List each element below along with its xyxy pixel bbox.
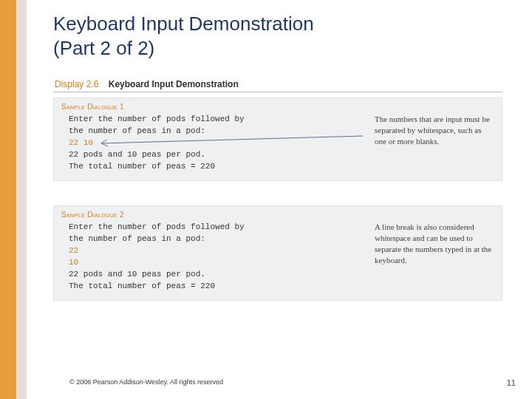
sample-2-content: Enter the number of pods followed by the… bbox=[54, 222, 502, 296]
sample-box-1: Sample Dialogue 1 Enter the number of po… bbox=[53, 98, 502, 181]
s1-line1: Enter the number of pods followed by bbox=[69, 115, 245, 123]
s1-line2: the number of peas in a pod: bbox=[69, 126, 205, 135]
sample-2-code: Enter the number of pods followed by the… bbox=[54, 222, 250, 296]
slide-title: Keyboard Input Demonstration (Part 2 of … bbox=[53, 12, 314, 60]
s2-line6: The total number of peas = 220 bbox=[69, 282, 215, 290]
display-number: Display 2.6 bbox=[55, 79, 98, 89]
sample-1-label: Sample Dialogue 1 bbox=[54, 103, 502, 114]
sample-1-content: Enter the number of pods followed by the… bbox=[54, 114, 502, 176]
sample-1-code: Enter the number of pods followed by the… bbox=[54, 114, 250, 176]
slide: Keyboard Input Demonstration (Part 2 of … bbox=[0, 0, 532, 399]
sample-1-note: The numbers that are input must be separ… bbox=[375, 114, 493, 147]
accent-band bbox=[0, 0, 16, 399]
s1-line5: The total number of peas = 220 bbox=[69, 162, 215, 171]
sample-box-2: Sample Dialogue 2 Enter the number of po… bbox=[53, 205, 502, 301]
footer-copyright: © 2006 Pearson Addison-Wesley. All right… bbox=[69, 378, 223, 386]
s2-input-b: 10 bbox=[69, 258, 78, 267]
s1-input: 22 10 bbox=[69, 138, 93, 147]
s2-line1: Enter the number of pods followed by bbox=[69, 222, 245, 231]
sample-2-label: Sample Dialogue 2 bbox=[54, 211, 502, 222]
s2-line2: the number of peas in a pod: bbox=[69, 234, 205, 243]
footer-page-number: 11 bbox=[507, 378, 516, 387]
s2-line5: 22 pods and 10 peas per pod. bbox=[69, 270, 205, 279]
margin-band bbox=[0, 0, 27, 399]
sample-2-note: A line break is also considered whitespa… bbox=[375, 222, 493, 265]
display-heading: Display 2.6 Keyboard Input Demonstration bbox=[53, 77, 502, 92]
sample-1-container: Sample Dialogue 1 Enter the number of po… bbox=[53, 98, 502, 181]
title-line-1: Keyboard Input Demonstration bbox=[53, 13, 314, 35]
display-heading-row: Display 2.6 Keyboard Input Demonstration bbox=[53, 77, 502, 97]
s2-input-a: 22 bbox=[69, 246, 78, 255]
display-title-text: Keyboard Input Demonstration bbox=[109, 79, 239, 89]
sample-2-container: Sample Dialogue 2 Enter the number of po… bbox=[53, 205, 502, 301]
title-line-2: (Part 2 of 2) bbox=[53, 37, 154, 59]
s1-line4: 22 pods and 10 peas per pod. bbox=[69, 150, 205, 159]
